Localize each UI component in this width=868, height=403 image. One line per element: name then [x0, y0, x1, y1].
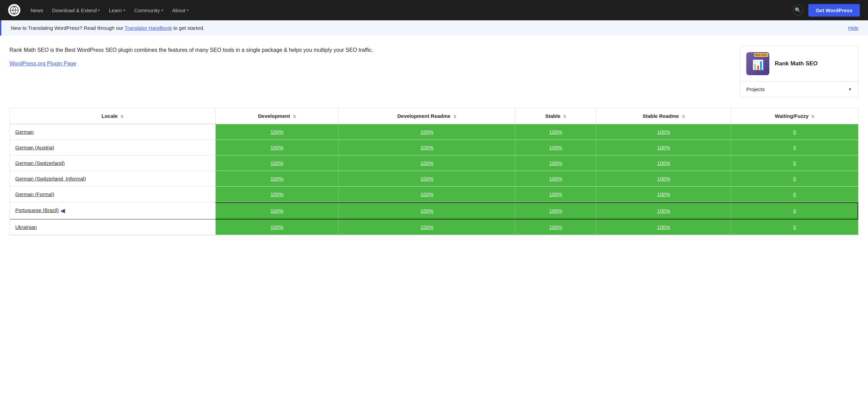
- col-locale[interactable]: Locale ⇅: [10, 108, 215, 124]
- cell-link[interactable]: 0: [793, 129, 796, 135]
- cell-link[interactable]: 100%: [271, 160, 283, 166]
- locale-link[interactable]: German (Switzerland, Informal): [15, 176, 86, 182]
- cell-link[interactable]: 100%: [549, 176, 562, 182]
- locale-link[interactable]: German (Switzerland): [15, 160, 65, 166]
- nav-download-extend[interactable]: Download & Extend ▾: [49, 5, 104, 16]
- hide-banner-button[interactable]: Hide: [848, 25, 859, 31]
- cell-link[interactable]: 0: [793, 208, 796, 214]
- cell-link[interactable]: 100%: [549, 191, 562, 197]
- dev-readme-cell: 100%: [339, 140, 515, 155]
- cell-link[interactable]: 100%: [420, 129, 433, 135]
- col-development[interactable]: Development ⇅: [215, 108, 338, 124]
- col-dev-readme[interactable]: Development Readme ⇅: [339, 108, 515, 124]
- cell-link[interactable]: 100%: [420, 224, 433, 230]
- cell-link[interactable]: 100%: [549, 145, 562, 150]
- locale-cell: German (Switzerland, Informal): [10, 171, 215, 187]
- stable-cell: 100%: [515, 155, 596, 171]
- waiting-cell: 0: [731, 171, 858, 187]
- dev-readme-cell: 100%: [339, 219, 515, 235]
- banner-text: New to Translating WordPress? Read throu…: [11, 25, 204, 31]
- plugin-card-footer: Projects ▼: [740, 82, 858, 97]
- cell-link[interactable]: 100%: [271, 208, 283, 214]
- cell-link[interactable]: 100%: [420, 160, 433, 166]
- table-row: German100%100%100%100%0: [10, 124, 858, 140]
- development-cell: 100%: [215, 202, 338, 219]
- cell-link[interactable]: 100%: [549, 224, 562, 230]
- table-header-row: Locale ⇅ Development ⇅ Development Readm…: [10, 108, 858, 124]
- nav-learn[interactable]: Learn ▾: [105, 5, 129, 16]
- stable-cell: 100%: [515, 140, 596, 155]
- table-row: German (Formal)100%100%100%100%0: [10, 187, 858, 202]
- development-cell: 100%: [215, 124, 338, 140]
- cell-link[interactable]: 100%: [657, 160, 670, 166]
- table-row: German (Switzerland, Informal)100%100%10…: [10, 171, 858, 187]
- sort-icon: ⇅: [682, 114, 685, 119]
- waiting-cell: 0: [731, 140, 858, 155]
- cell-link[interactable]: 100%: [420, 176, 433, 182]
- cell-link[interactable]: 0: [793, 176, 796, 182]
- cell-link[interactable]: 100%: [271, 145, 283, 150]
- cell-link[interactable]: 100%: [420, 208, 433, 214]
- cell-link[interactable]: 100%: [271, 176, 283, 182]
- cell-link[interactable]: 0: [793, 224, 796, 230]
- dev-readme-cell: 100%: [339, 171, 515, 187]
- translator-handbook-link[interactable]: Translator Handbook: [124, 25, 172, 31]
- new-badge: NEW 2023!: [754, 53, 768, 57]
- cell-link[interactable]: 0: [793, 191, 796, 197]
- nav-news[interactable]: News: [27, 5, 47, 16]
- col-stable[interactable]: Stable ⇅: [515, 108, 596, 124]
- chevron-down-icon: ▼: [848, 87, 852, 92]
- waiting-cell: 0: [731, 202, 858, 219]
- cell-link[interactable]: 100%: [549, 129, 562, 135]
- stable-readme-cell: 100%: [596, 187, 731, 202]
- cell-link[interactable]: 100%: [657, 224, 670, 230]
- cell-link[interactable]: 100%: [657, 208, 670, 214]
- search-button[interactable]: 🔍: [793, 5, 804, 16]
- waiting-cell: 0: [731, 155, 858, 171]
- stable-readme-cell: 100%: [596, 155, 731, 171]
- plugin-name: Rank Math SEO: [775, 60, 818, 67]
- development-cell: 100%: [215, 155, 338, 171]
- cell-link[interactable]: 100%: [657, 176, 670, 182]
- sort-icon: ⇅: [120, 114, 123, 119]
- chevron-down-icon: ▾: [123, 8, 125, 13]
- locale-link[interactable]: German (Formal): [15, 191, 54, 197]
- cell-link[interactable]: 0: [793, 160, 796, 166]
- locale-cell: German: [10, 124, 215, 140]
- locale-cell: Portuguese (Brazil) ◀: [10, 202, 215, 219]
- stable-readme-cell: 100%: [596, 219, 731, 235]
- chevron-down-icon: ▾: [161, 8, 163, 13]
- cell-link[interactable]: 100%: [549, 160, 562, 166]
- stable-readme-cell: 100%: [596, 124, 731, 140]
- wp-logo[interactable]: [8, 4, 20, 16]
- locale-link[interactable]: Ukrainian: [15, 224, 37, 230]
- projects-dropdown[interactable]: ▼: [848, 87, 852, 92]
- plugin-page-link[interactable]: WordPress.org Plugin Page: [9, 61, 76, 66]
- locale-link[interactable]: German: [15, 129, 34, 135]
- development-cell: 100%: [215, 187, 338, 202]
- locale-link[interactable]: Portuguese (Brazil): [15, 207, 59, 213]
- get-wordpress-button[interactable]: Get WordPress: [808, 4, 860, 17]
- col-waiting-fuzzy[interactable]: Waiting/Fuzzy ⇅: [731, 108, 858, 124]
- stable-readme-cell: 100%: [596, 140, 731, 155]
- cell-link[interactable]: 100%: [549, 208, 562, 214]
- cell-link[interactable]: 100%: [420, 191, 433, 197]
- nav-about[interactable]: About ▾: [169, 5, 192, 16]
- cell-link[interactable]: 100%: [271, 191, 283, 197]
- cell-link[interactable]: 0: [793, 145, 796, 150]
- cell-link[interactable]: 100%: [657, 191, 670, 197]
- cell-link[interactable]: 100%: [420, 145, 433, 150]
- stable-readme-cell: 100%: [596, 202, 731, 219]
- nav-community[interactable]: Community ▾: [131, 5, 167, 16]
- col-stable-readme[interactable]: Stable Readme ⇅: [596, 108, 731, 124]
- cell-link[interactable]: 100%: [271, 129, 283, 135]
- locale-link[interactable]: German (Austria): [15, 145, 54, 150]
- cell-link[interactable]: 100%: [657, 129, 670, 135]
- plugin-icon: NEW 2023! 📊: [746, 52, 769, 75]
- dev-readme-cell: 100%: [339, 155, 515, 171]
- cell-link[interactable]: 100%: [271, 224, 283, 230]
- stable-cell: 100%: [515, 187, 596, 202]
- development-cell: 100%: [215, 171, 338, 187]
- cell-link[interactable]: 100%: [657, 145, 670, 150]
- stable-cell: 100%: [515, 219, 596, 235]
